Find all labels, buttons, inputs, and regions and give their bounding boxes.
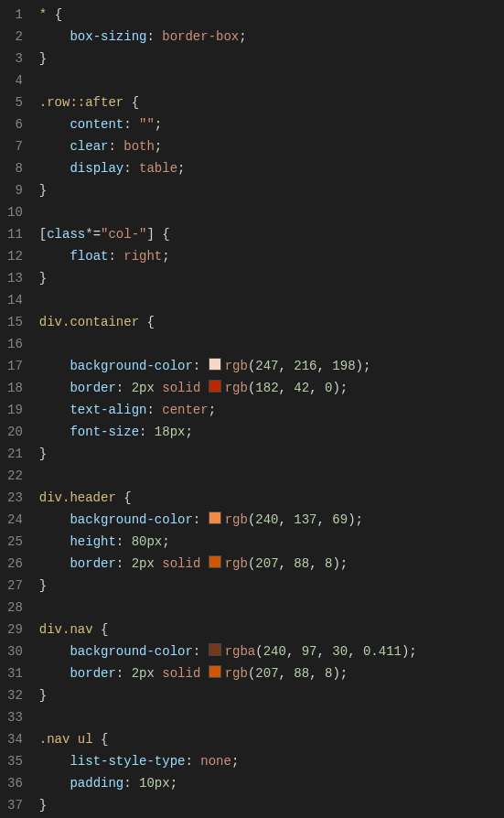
token: div.nav [39,622,101,637]
code-line[interactable]: border: 2px solid rgb(182, 42, 0); [39,377,504,399]
code-line[interactable]: } [39,443,504,465]
line-number: 21 [7,443,23,465]
token [39,29,70,44]
code-line[interactable]: } [39,575,504,597]
token: { [55,7,62,22]
token: center [162,403,208,417]
code-line[interactable]: height: 80px; [39,531,504,553]
code-line[interactable]: } [39,794,504,816]
token: content [70,117,123,132]
token: 42 [294,381,309,395]
code-line[interactable]: border: 2px solid rgb(207, 88, 8); [39,553,504,575]
code-line[interactable]: float: right; [39,245,504,267]
token: rgb [225,556,248,571]
code-line[interactable]: div.nav { [39,619,504,640]
token: 198 [332,359,355,373]
token: : [193,512,209,527]
line-number: 7 [7,135,23,157]
code-line[interactable]: * { [39,4,504,26]
token: { [123,490,131,505]
code-line[interactable]: clear: both; [39,135,504,157]
line-number: 11 [7,223,23,245]
token: 2px [132,666,155,681]
token: border-box [162,29,239,44]
token: [ [39,227,47,242]
token: , [279,666,295,681]
token: } [39,688,47,703]
token: ; [185,425,192,439]
code-line[interactable]: .row::after { [39,91,504,113]
token: rgb [225,666,248,681]
token: padding [70,776,123,791]
token: : [123,776,139,791]
token: rgb [225,381,248,395]
code-line[interactable]: div.header { [39,487,504,509]
code-line[interactable]: } [39,48,504,70]
token: ); [332,556,348,571]
line-number: 25 [7,531,23,553]
token: : [193,359,209,373]
line-number: 30 [7,640,23,662]
token [39,534,70,549]
token: } [39,798,47,813]
line-number: 22 [7,465,23,487]
token: * [39,7,55,22]
token: both [123,139,155,154]
token [39,117,70,132]
token: } [39,271,47,285]
token [39,161,70,176]
line-number: 32 [7,684,23,706]
token: } [39,51,47,66]
token: rgb [225,359,248,373]
token: font-size [70,425,139,439]
code-line[interactable]: box-sizing: border-box; [39,26,504,48]
code-line[interactable] [39,201,504,223]
code-line[interactable]: [class*="col-"] { [39,223,504,245]
code-line[interactable] [39,597,504,619]
token [39,425,70,439]
token: div.header [39,490,123,505]
token: , [317,512,333,527]
code-editor[interactable]: 1234567891011121314151617181920212223242… [0,0,504,816]
code-line[interactable] [39,706,504,728]
token: ); [348,512,363,527]
line-number: 29 [7,619,23,640]
line-number: 6 [7,113,23,135]
code-line[interactable]: .nav ul { [39,728,504,750]
token: 216 [294,359,316,373]
code-line[interactable]: list-style-type: none; [39,750,504,772]
token: : [146,403,162,417]
token: ; [155,139,162,154]
code-content[interactable]: * { box-sizing: border-box;} .row::after… [39,4,504,816]
code-line[interactable]: } [39,267,504,289]
code-line[interactable] [39,465,504,487]
code-line[interactable]: div.container { [39,311,504,333]
code-line[interactable]: border: 2px solid rgb(207, 88, 8); [39,662,504,684]
line-number: 4 [7,70,23,91]
code-line[interactable]: } [39,684,504,706]
code-line[interactable]: background-color: rgba(240, 97, 30, 0.41… [39,640,504,662]
code-line[interactable] [39,289,504,311]
token: , [279,556,295,571]
token: ( [255,644,263,659]
line-number: 24 [7,509,23,531]
code-line[interactable]: background-color: rgb(240, 137, 69); [39,509,504,531]
token: 69 [332,512,348,527]
token: "" [139,117,155,132]
code-line[interactable] [39,70,504,91]
code-line[interactable]: padding: 10px; [39,772,504,794]
code-line[interactable]: text-align: center; [39,399,504,421]
code-line[interactable]: display: table; [39,157,504,179]
line-number: 14 [7,289,23,311]
code-line[interactable]: font-size: 18px; [39,421,504,443]
code-line[interactable] [39,333,504,355]
code-line[interactable]: } [39,179,504,201]
line-number: 27 [7,575,23,597]
color-swatch-icon [209,380,221,393]
token: 88 [294,666,309,681]
code-line[interactable]: background-color: rgb(247, 216, 198); [39,355,504,377]
token: rgb [225,512,248,527]
code-line[interactable]: content: ""; [39,113,504,135]
color-swatch-icon [209,511,221,524]
line-number: 8 [7,157,23,179]
